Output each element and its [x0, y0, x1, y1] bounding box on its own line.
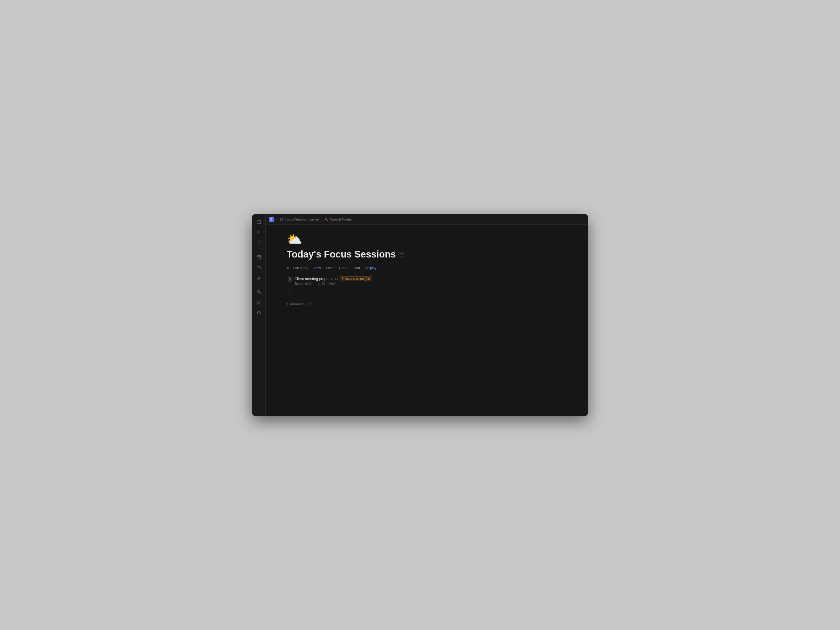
reference-chevron-icon: › — [306, 302, 307, 306]
svg-point-11 — [281, 219, 282, 220]
add-item-row[interactable]: ○ — [287, 289, 567, 295]
view-button[interactable]: View — [312, 265, 323, 271]
main-area: C / Focus Session Tracker / — [266, 214, 588, 416]
group-button[interactable]: Group — [337, 265, 351, 271]
query-dot — [287, 267, 289, 269]
workspace-breadcrumb-icon — [279, 217, 284, 221]
back-button[interactable] — [254, 227, 264, 237]
task-status-inner — [289, 278, 291, 280]
search-icon-button[interactable] — [254, 287, 264, 297]
task-meta-dot — [327, 284, 328, 284]
breadcrumb-workspace-name: Focus Session Tracker — [285, 217, 319, 221]
task-body: Client meeting preparation # focus-sessi… — [295, 276, 372, 286]
table-row[interactable]: Client meeting preparation # focus-sessi… — [287, 275, 567, 287]
svg-rect-0 — [257, 221, 261, 224]
page-emoji: ⛅ — [287, 233, 567, 246]
layers-icon-button[interactable] — [254, 308, 264, 317]
sidebar-divider-2 — [255, 285, 263, 285]
task-project: Work — [329, 282, 336, 286]
sort-button[interactable]: Sort — [352, 265, 362, 271]
breadcrumb-sep-2: / — [322, 217, 323, 221]
page-title: Today's Focus Sessions ? — [287, 249, 567, 260]
breadcrumb-sep-1: / — [276, 217, 277, 221]
svg-point-10 — [280, 218, 283, 221]
breadcrumb-workspace[interactable]: Focus Session Tracker — [279, 217, 319, 221]
svg-rect-2 — [257, 256, 261, 259]
sidebar-divider-1 — [255, 250, 263, 250]
task-list: Client meeting preparation # focus-sessi… — [287, 275, 567, 295]
search-nodes-icon — [324, 217, 328, 221]
page-title-help-icon[interactable]: ? — [398, 252, 404, 257]
task-tag: # focus-session (fst) — [339, 276, 372, 281]
task-title: Client meeting preparation — [295, 277, 338, 281]
breadcrumb-current[interactable]: Search Nodes — [324, 217, 352, 221]
calendar-icon-button[interactable] — [254, 252, 264, 262]
toggle-sidebar-button[interactable] — [254, 217, 264, 227]
svg-line-13 — [327, 220, 328, 221]
svg-marker-7 — [257, 276, 260, 280]
reference-section[interactable]: 1 reference › ? — [287, 302, 567, 306]
filter-button[interactable]: Filter — [324, 265, 336, 271]
svg-line-9 — [259, 292, 261, 294]
breadcrumb-current-name: Search Nodes — [330, 217, 352, 221]
pin-icon-button[interactable] — [254, 298, 264, 307]
inbox-icon-button[interactable] — [254, 263, 264, 272]
reference-help-icon[interactable]: ? — [309, 302, 313, 306]
task-meta: Today, 10:00 → 11:30 Work — [295, 282, 372, 286]
edit-query-button[interactable]: Edit query — [291, 265, 311, 271]
workspace-icon[interactable]: C — [269, 217, 274, 222]
page-content: ⛅ Today's Focus Sessions ? Edit query Vi… — [266, 225, 588, 416]
add-item-circle: ○ — [288, 290, 292, 295]
forward-button[interactable] — [254, 237, 264, 247]
lightning-icon-button[interactable] — [254, 273, 264, 283]
sidebar — [252, 214, 266, 416]
query-toolbar: Edit query View Filter Group Sort Displa… — [287, 265, 567, 271]
task-status-icon — [288, 277, 292, 282]
display-button[interactable]: Display — [363, 265, 379, 271]
topbar: C / Focus Session Tracker / — [266, 214, 588, 225]
svg-point-12 — [325, 218, 327, 220]
task-title-row: Client meeting preparation # focus-sessi… — [295, 276, 372, 281]
svg-point-8 — [257, 291, 260, 293]
reference-count: 1 — [287, 302, 289, 306]
task-date: Today, 10:00 → 11:30 — [295, 282, 325, 286]
reference-label: reference — [290, 302, 305, 306]
